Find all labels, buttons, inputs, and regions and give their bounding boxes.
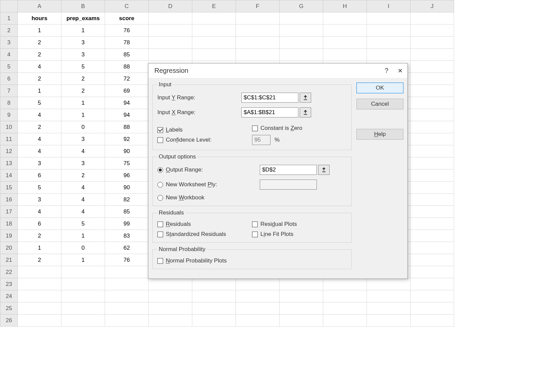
cell-J19[interactable] <box>410 230 454 242</box>
cell-C16[interactable]: 82 <box>105 194 149 206</box>
row-header[interactable]: 11 <box>0 133 18 145</box>
cell-A9[interactable]: 4 <box>18 109 61 121</box>
cell-A25[interactable] <box>18 302 61 314</box>
cell-G2[interactable] <box>280 24 323 37</box>
close-icon[interactable]: ✕ <box>398 67 403 75</box>
dialog-titlebar[interactable]: Regression ? ✕ <box>148 63 407 78</box>
cell-B12[interactable]: 4 <box>61 145 105 157</box>
row-header[interactable]: 22 <box>0 266 18 278</box>
cell-B25[interactable] <box>61 302 105 314</box>
cell-A26[interactable] <box>18 314 61 327</box>
cell-F25[interactable] <box>236 302 280 314</box>
help-button[interactable]: Help <box>356 129 403 140</box>
cell-J10[interactable] <box>410 121 454 133</box>
cell-D2[interactable] <box>149 24 192 37</box>
cell-F3[interactable] <box>236 37 280 49</box>
cell-A6[interactable]: 2 <box>18 73 61 85</box>
cell-B8[interactable]: 1 <box>61 97 105 109</box>
cell-D1[interactable] <box>149 12 192 24</box>
cell-C25[interactable] <box>105 302 149 314</box>
col-header-A[interactable]: A <box>18 0 61 12</box>
new-worksheet-radio[interactable]: New Worksheet Ply: <box>157 181 241 188</box>
cell-E26[interactable] <box>192 314 236 327</box>
cell-B24[interactable] <box>61 290 105 302</box>
cell-C4[interactable]: 85 <box>105 49 149 61</box>
cell-J23[interactable] <box>410 278 454 290</box>
row-header[interactable]: 18 <box>0 218 18 230</box>
cell-I26[interactable] <box>367 314 410 327</box>
cell-J5[interactable] <box>410 61 454 73</box>
cell-I24[interactable] <box>367 290 410 302</box>
cell-F24[interactable] <box>236 290 280 302</box>
row-header[interactable]: 26 <box>0 314 18 327</box>
cell-G25[interactable] <box>280 302 323 314</box>
row-header[interactable]: 25 <box>0 302 18 314</box>
cell-J24[interactable] <box>410 290 454 302</box>
cell-H23[interactable] <box>323 278 367 290</box>
cell-I4[interactable] <box>367 49 410 61</box>
select-all-corner[interactable] <box>0 0 18 12</box>
cell-E4[interactable] <box>192 49 236 61</box>
cell-J20[interactable] <box>410 242 454 254</box>
cell-A21[interactable]: 2 <box>18 254 61 266</box>
col-header-C[interactable]: C <box>105 0 149 12</box>
cell-J25[interactable] <box>410 302 454 314</box>
range-picker-icon[interactable] <box>300 107 311 117</box>
cell-A16[interactable]: 3 <box>18 194 61 206</box>
cell-E23[interactable] <box>192 278 236 290</box>
row-header[interactable]: 7 <box>0 85 18 97</box>
cell-H3[interactable] <box>323 37 367 49</box>
cell-C15[interactable]: 90 <box>105 182 149 194</box>
cell-D24[interactable] <box>149 290 192 302</box>
cell-F26[interactable] <box>236 314 280 327</box>
cell-A14[interactable]: 6 <box>18 169 61 182</box>
cell-D25[interactable] <box>149 302 192 314</box>
row-header[interactable]: 14 <box>0 169 18 182</box>
cell-A22[interactable] <box>18 266 61 278</box>
cell-F2[interactable] <box>236 24 280 37</box>
cell-C8[interactable]: 94 <box>105 97 149 109</box>
cell-G3[interactable] <box>280 37 323 49</box>
cell-C17[interactable]: 85 <box>105 206 149 218</box>
output-range-field[interactable] <box>260 165 317 175</box>
cell-B22[interactable] <box>61 266 105 278</box>
cell-I1[interactable] <box>367 12 410 24</box>
cell-J7[interactable] <box>410 85 454 97</box>
cell-H24[interactable] <box>323 290 367 302</box>
cell-C19[interactable]: 83 <box>105 230 149 242</box>
cell-G4[interactable] <box>280 49 323 61</box>
cell-J15[interactable] <box>410 182 454 194</box>
cell-B21[interactable]: 1 <box>61 254 105 266</box>
cell-J18[interactable] <box>410 218 454 230</box>
output-range-radio[interactable]: Output Range: <box>157 166 241 173</box>
cell-C5[interactable]: 88 <box>105 61 149 73</box>
ok-button[interactable]: OK <box>356 83 403 93</box>
input-y-field[interactable] <box>241 93 298 103</box>
cell-A23[interactable] <box>18 278 61 290</box>
cell-C20[interactable]: 62 <box>105 242 149 254</box>
cell-H1[interactable] <box>323 12 367 24</box>
row-header[interactable]: 12 <box>0 145 18 157</box>
cell-C6[interactable]: 72 <box>105 73 149 85</box>
cell-F1[interactable] <box>236 12 280 24</box>
cell-J12[interactable] <box>410 145 454 157</box>
row-header[interactable]: 4 <box>0 49 18 61</box>
cell-B10[interactable]: 0 <box>61 121 105 133</box>
cell-C22[interactable] <box>105 266 149 278</box>
row-header[interactable]: 19 <box>0 230 18 242</box>
cell-J8[interactable] <box>410 97 454 109</box>
cell-B16[interactable]: 4 <box>61 194 105 206</box>
cell-A4[interactable]: 2 <box>18 49 61 61</box>
range-picker-icon[interactable] <box>300 93 311 103</box>
cell-G26[interactable] <box>280 314 323 327</box>
cancel-button[interactable]: Cancel <box>356 99 403 109</box>
row-header[interactable]: 21 <box>0 254 18 266</box>
row-header[interactable]: 16 <box>0 194 18 206</box>
cell-I2[interactable] <box>367 24 410 37</box>
cell-I3[interactable] <box>367 37 410 49</box>
cell-E1[interactable] <box>192 12 236 24</box>
cell-C11[interactable]: 92 <box>105 133 149 145</box>
normal-prob-checkbox[interactable]: Normal Probability Plots <box>157 257 347 264</box>
cell-H2[interactable] <box>323 24 367 37</box>
cell-I25[interactable] <box>367 302 410 314</box>
